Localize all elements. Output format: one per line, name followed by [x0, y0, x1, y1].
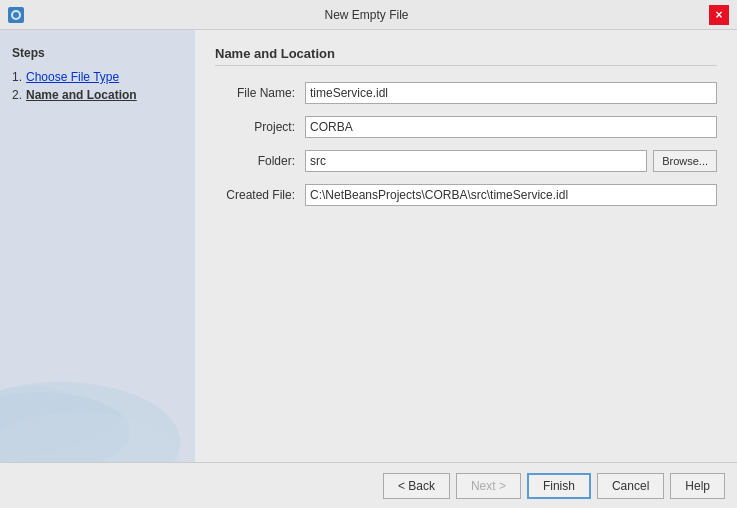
- steps-title: Steps: [12, 46, 183, 60]
- created-file-label: Created File:: [215, 188, 305, 202]
- sidebar-decoration: [0, 302, 180, 462]
- main-content: Steps 1. Choose File Type 2. Name and Lo…: [0, 30, 737, 462]
- help-button[interactable]: Help: [670, 473, 725, 499]
- step-1[interactable]: 1. Choose File Type: [12, 70, 183, 84]
- steps-list: 1. Choose File Type 2. Name and Location: [12, 70, 183, 102]
- project-label: Project:: [215, 120, 305, 134]
- project-input[interactable]: [305, 116, 717, 138]
- dialog-title: New Empty File: [24, 8, 709, 22]
- finish-button[interactable]: Finish: [527, 473, 591, 499]
- file-name-row: File Name:: [215, 82, 717, 104]
- app-icon: [8, 7, 24, 23]
- close-button[interactable]: ×: [709, 5, 729, 25]
- folder-input[interactable]: [305, 150, 647, 172]
- step-1-number: 1.: [12, 70, 22, 84]
- svg-point-2: [13, 12, 19, 18]
- step-2: 2. Name and Location: [12, 88, 183, 102]
- right-panel: Name and Location File Name: Project: Fo…: [195, 30, 737, 462]
- panel-title: Name and Location: [215, 46, 717, 66]
- spacer: [215, 218, 717, 446]
- file-name-input[interactable]: [305, 82, 717, 104]
- browse-button[interactable]: Browse...: [653, 150, 717, 172]
- button-bar: < Back Next > Finish Cancel Help: [0, 462, 737, 508]
- created-file-input[interactable]: [305, 184, 717, 206]
- title-bar: New Empty File ×: [0, 0, 737, 30]
- project-row: Project:: [215, 116, 717, 138]
- file-name-label: File Name:: [215, 86, 305, 100]
- next-button[interactable]: Next >: [456, 473, 521, 499]
- step-2-number: 2.: [12, 88, 22, 102]
- folder-row: Folder: Browse...: [215, 150, 717, 172]
- back-button[interactable]: < Back: [383, 473, 450, 499]
- steps-sidebar: Steps 1. Choose File Type 2. Name and Lo…: [0, 30, 195, 462]
- step-2-label: Name and Location: [26, 88, 137, 102]
- cancel-button[interactable]: Cancel: [597, 473, 664, 499]
- folder-label: Folder:: [215, 154, 305, 168]
- step-1-label: Choose File Type: [26, 70, 119, 84]
- created-file-row: Created File:: [215, 184, 717, 206]
